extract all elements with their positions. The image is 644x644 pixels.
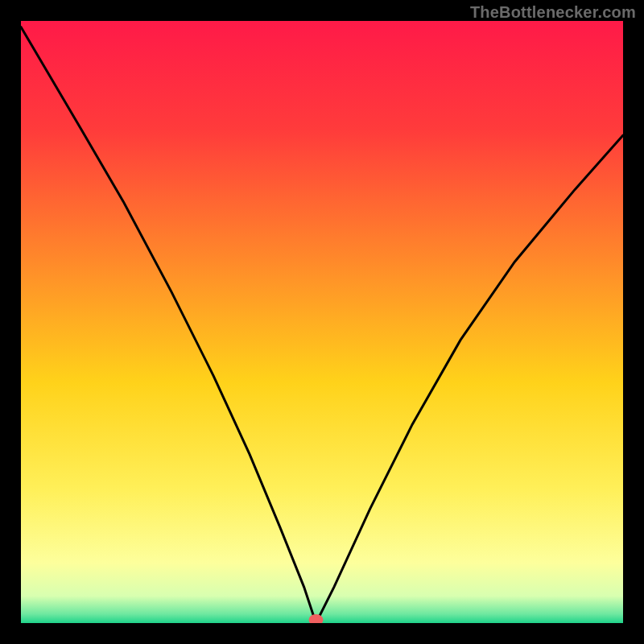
chart-svg	[0, 0, 644, 644]
watermark-text: TheBottlenecker.com	[470, 3, 636, 22]
plot-background	[21, 21, 623, 623]
chart-container: TheBottlenecker.com	[0, 0, 644, 644]
